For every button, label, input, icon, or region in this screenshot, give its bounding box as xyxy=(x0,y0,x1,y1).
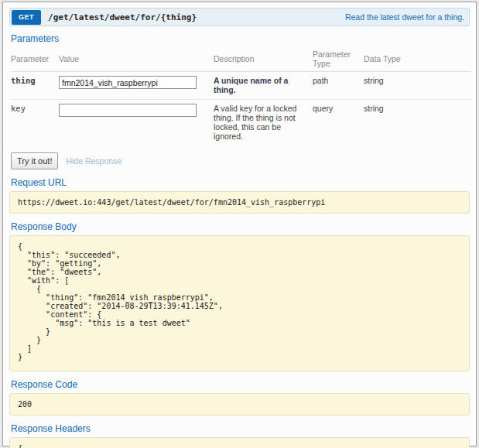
api-operation-panel: GET /get/latest/dweet/for/{thing} Read t… xyxy=(2,2,477,446)
column-parameter: Parameter xyxy=(11,47,59,72)
endpoint-path[interactable]: /get/latest/dweet/for/{thing} xyxy=(48,12,345,22)
param-row-thing: thing A unique name of a thing. path str… xyxy=(11,72,471,100)
param-type-key: query xyxy=(313,100,364,146)
key-value-input[interactable] xyxy=(59,104,197,117)
param-name-thing: thing xyxy=(11,72,59,100)
endpoint-description-link[interactable]: Read the latest dweet for a thing. xyxy=(345,12,464,22)
data-type-thing: string xyxy=(364,72,471,100)
parameters-heading: Parameters xyxy=(11,33,468,44)
param-name-key: key xyxy=(11,100,59,146)
actions-row: Try it out! Hide Response xyxy=(11,152,470,169)
column-description: Description xyxy=(214,47,313,72)
response-body-value: { "this": "succeeded", "by": "getting", … xyxy=(9,235,470,371)
column-data-type: Data Type xyxy=(364,47,471,72)
param-description-key: A valid key for a locked thing. If the t… xyxy=(214,100,313,146)
request-url-value: https://dweet.io:443/get/latest/dweet/fo… xyxy=(9,191,470,214)
param-description-thing: A unique name of a thing. xyxy=(214,72,313,100)
parameters-table: Parameter Value Description Parameter Ty… xyxy=(11,47,471,145)
thing-value-input[interactable] xyxy=(59,76,197,89)
endpoint-header[interactable]: GET /get/latest/dweet/for/{thing} Read t… xyxy=(9,8,470,26)
param-row-key: key A valid key for a locked thing. If t… xyxy=(11,100,471,146)
http-method-badge: GET xyxy=(12,10,41,25)
param-type-thing: path xyxy=(313,72,364,100)
column-value: Value xyxy=(59,47,214,72)
response-headers-value: { "Access-Control-Allow-Origin": "*", "C… xyxy=(9,437,470,448)
hide-response-link[interactable]: Hide Response xyxy=(66,156,121,166)
request-url-heading: Request URL xyxy=(11,177,468,188)
parameters-header-row: Parameter Value Description Parameter Ty… xyxy=(11,47,471,72)
response-body-heading: Response Body xyxy=(11,221,468,232)
try-it-out-button[interactable]: Try it out! xyxy=(11,152,58,169)
data-type-key: string xyxy=(364,100,471,146)
response-code-heading: Response Code xyxy=(11,379,468,390)
column-parameter-type: Parameter Type xyxy=(313,47,364,72)
response-headers-heading: Response Headers xyxy=(11,423,468,434)
response-code-value: 200 xyxy=(9,393,470,416)
